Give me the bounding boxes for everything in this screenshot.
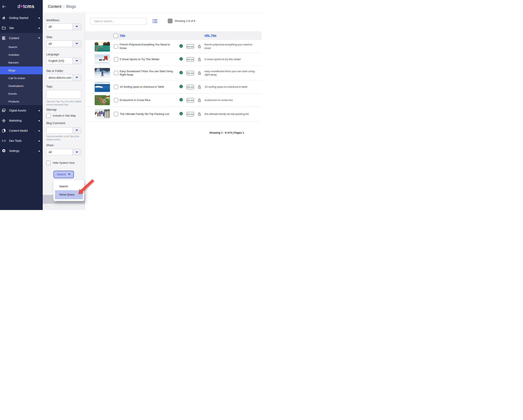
svg-text:cms: cms xyxy=(25,4,34,9)
svg-text:d: d xyxy=(18,3,20,9)
